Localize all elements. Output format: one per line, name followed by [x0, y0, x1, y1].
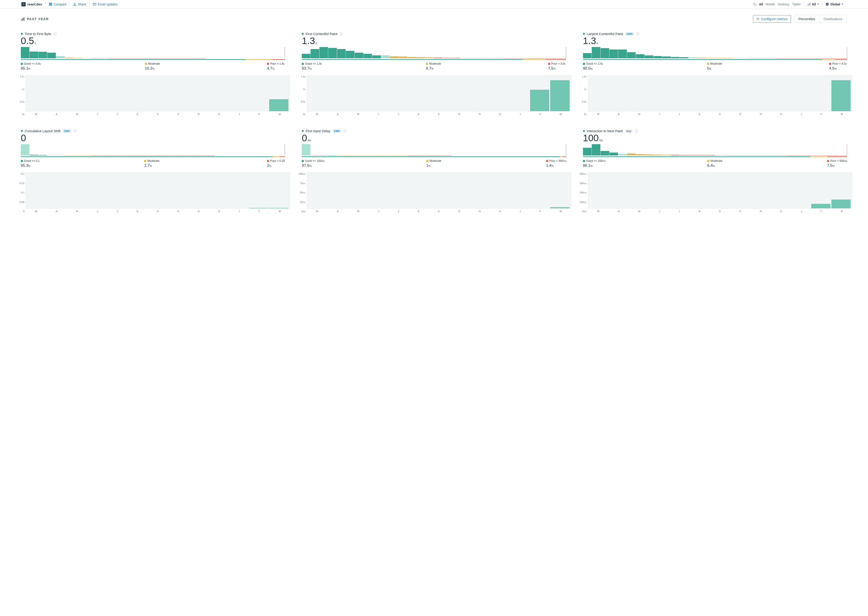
info-icon[interactable]: i	[53, 32, 57, 36]
info-icon[interactable]: i	[636, 32, 640, 36]
monthly-chart: 100ms75ms50ms25ms0msMAMJJASONDJFM	[297, 173, 571, 213]
metric-title: Largest Contentful Paint	[587, 32, 623, 36]
x-tick: M	[560, 113, 562, 115]
distributions-tab[interactable]: Distributions	[819, 15, 846, 23]
hist-bar	[697, 155, 706, 156]
legend-moderate: Moderate 1%	[426, 159, 444, 168]
legend-pct: 1.4%	[546, 162, 566, 168]
legend-good: Good <= 200ms 86.1%	[583, 159, 605, 168]
y-tick: 400ms	[578, 173, 587, 175]
y-tick: 0.5s	[297, 101, 305, 103]
legend-swatch-icon	[21, 63, 23, 65]
y-tick: 300ms	[578, 182, 587, 185]
x-tick: J	[116, 210, 118, 213]
distribution-ruler	[21, 59, 285, 60]
svg-rect-17	[808, 4, 808, 6]
x-tick: D	[499, 113, 501, 115]
x-tick: F	[539, 210, 541, 213]
hist-bar	[21, 47, 29, 58]
legend-swatch-icon	[707, 63, 709, 65]
hist-bar	[583, 148, 591, 156]
distribution-ruler	[583, 59, 847, 60]
legend-swatch-icon	[583, 63, 585, 65]
x-tick: S	[719, 210, 721, 213]
x-tick: J	[239, 210, 240, 213]
x-tick: A	[618, 113, 620, 115]
hist-bar	[654, 154, 662, 156]
percentiles-tab[interactable]: Percentiles	[794, 15, 819, 23]
svg-rect-21	[22, 19, 22, 20]
hist-bar	[21, 144, 29, 156]
legend-good: Good <= 100ms 97.6%	[302, 159, 324, 168]
y-tick: 1.5s	[16, 75, 24, 78]
x-tick: S	[157, 210, 159, 213]
hist-bar	[319, 155, 328, 156]
hist-bar	[65, 58, 74, 58]
hist-bar	[328, 48, 337, 58]
hist-bar	[30, 52, 38, 58]
legend-label: Moderate	[147, 159, 159, 162]
hist-bar	[487, 58, 495, 58]
info-icon[interactable]: i	[340, 32, 343, 36]
compare-link[interactable]: Compare	[46, 2, 70, 7]
device-desktop[interactable]: Desktop	[778, 3, 789, 6]
metric-legend: Good <= 1.8s 83.7% Moderate 8.7% Poor > …	[297, 60, 571, 71]
hist-bar	[609, 49, 618, 58]
info-icon[interactable]: i	[343, 129, 347, 133]
x-tick: J	[378, 113, 379, 115]
x-tick: J	[398, 210, 399, 213]
metric-header: Time to First Bytei	[16, 32, 290, 36]
y-tick: 0s	[297, 113, 305, 115]
monthly-chart: 400ms300ms200ms100ms0msMAMJJASONDJFM	[578, 173, 852, 213]
share-link[interactable]: Share	[70, 2, 90, 7]
hist-bar	[496, 58, 504, 58]
info-icon[interactable]: i	[74, 129, 77, 133]
y-tick: 25ms	[297, 201, 305, 203]
chevron-down-icon	[817, 4, 819, 5]
hist-bar	[478, 58, 487, 58]
legend-poor: Poor > 3.0s 7.5%	[548, 62, 566, 71]
plot-area	[26, 75, 290, 112]
configure-metrics-button[interactable]: Configure metrics	[753, 15, 791, 23]
x-tick: N	[479, 113, 481, 115]
hist-bar	[741, 58, 750, 58]
hist-bar	[759, 58, 767, 58]
metric-title: Time to First Byte	[25, 32, 51, 36]
hist-bar	[337, 49, 346, 58]
monthly-bars	[26, 173, 290, 208]
svg-point-0	[23, 4, 24, 4]
device-tablet[interactable]: Tablet	[792, 3, 800, 6]
status-dot-icon	[583, 130, 585, 132]
email-link[interactable]: Email updates	[90, 2, 121, 7]
x-tick: J	[378, 210, 379, 213]
monthly-chart: 1.5s1s0.5s0sMAMJJASONDJFM	[297, 75, 571, 115]
y-tick: 1.5s	[578, 75, 587, 78]
hist-bar	[355, 53, 363, 58]
legend-pct: 8.7%	[426, 65, 444, 71]
legend-pct: 4.7%	[267, 65, 285, 71]
monthly-bars	[307, 75, 571, 111]
legend-swatch-icon	[426, 63, 428, 65]
status-dot-icon	[21, 130, 23, 132]
metric-legend: Good <= 100ms 97.6% Moderate 1% Poor > 3…	[297, 157, 571, 168]
legend-poor: Poor > 4.0s 4.5%	[829, 62, 847, 71]
x-tick: M	[35, 113, 37, 115]
y-axis: 400ms300ms200ms100ms0ms	[578, 173, 588, 213]
metric-value: 0ms	[297, 133, 571, 144]
x-tick: J	[800, 210, 802, 213]
x-tick: M	[841, 210, 843, 213]
legend-pct: 90.5%	[583, 65, 603, 71]
svg-rect-7	[49, 4, 50, 5]
distribution-histogram	[21, 144, 285, 156]
region-dropdown[interactable]: Global	[822, 2, 846, 7]
metric-cls: Cumulative Layout ShiftCWVi0 Good <= 0.1…	[16, 129, 290, 213]
x-tick: F	[821, 210, 822, 213]
legend-label: Poor > 4.0s	[832, 62, 846, 65]
info-icon[interactable]: i	[635, 129, 638, 133]
legend-pct: 86.1%	[583, 162, 605, 168]
connection-dropdown[interactable]: All	[804, 2, 822, 7]
device-mobile[interactable]: Mobile	[766, 3, 775, 6]
hist-bar	[636, 54, 645, 58]
device-all[interactable]: All	[759, 3, 763, 6]
metric-inp: Interaction to Next PaintExpi100ms Good …	[578, 129, 852, 213]
